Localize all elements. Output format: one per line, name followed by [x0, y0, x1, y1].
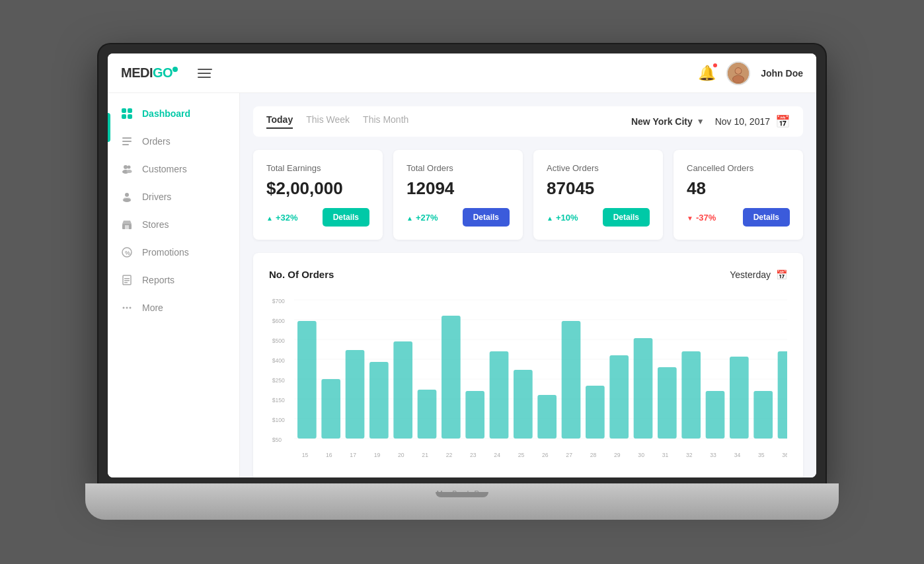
sidebar-item-more[interactable]: More — [108, 294, 239, 322]
svg-rect-56 — [658, 367, 677, 439]
sidebar-label-drivers: Drivers — [142, 192, 171, 202]
chart-period-label: Yesterday — [730, 269, 771, 280]
tab-this-week[interactable]: This Week — [306, 114, 350, 129]
filters: New York City ▼ Nov 10, 2017 📅 — [631, 114, 790, 129]
svg-point-11 — [127, 170, 132, 173]
svg-point-8 — [124, 165, 128, 169]
sidebar-item-orders[interactable]: Orders — [108, 127, 239, 155]
chart-card: No. Of Orders Yesterday 📅 $700 — [253, 253, 803, 477]
arrow-up-icon — [266, 213, 273, 223]
svg-rect-57 — [681, 351, 701, 439]
svg-rect-61 — [778, 351, 787, 439]
hamburger-line-2 — [198, 73, 211, 74]
reports-icon — [121, 274, 133, 286]
svg-text:34: 34 — [734, 452, 741, 458]
svg-text:$150: $150 — [272, 397, 285, 404]
svg-rect-21 — [124, 282, 128, 283]
city-selector[interactable]: New York City ▼ — [631, 116, 705, 127]
dashboard-icon — [121, 108, 133, 120]
svg-rect-6 — [122, 141, 132, 142]
sidebar-label-promotions: Promotions — [142, 247, 189, 258]
svg-rect-51 — [537, 395, 557, 439]
svg-text:27: 27 — [566, 452, 572, 458]
svg-point-3 — [736, 68, 742, 74]
svg-text:17: 17 — [350, 452, 356, 458]
svg-text:$250: $250 — [272, 377, 285, 384]
tab-this-month[interactable]: This Month — [363, 114, 408, 129]
stat-change-earnings: +32% — [266, 213, 298, 223]
sidebar-item-stores[interactable]: Stores — [108, 211, 239, 238]
sidebar-item-customers[interactable]: Customers — [108, 155, 239, 183]
svg-text:36: 36 — [782, 452, 787, 458]
hamburger-line-1 — [198, 69, 212, 70]
stores-icon — [121, 219, 133, 230]
tab-group: Today This Week This Month — [266, 114, 408, 129]
svg-text:33: 33 — [710, 452, 716, 458]
svg-rect-19 — [124, 278, 130, 279]
stat-footer-active: +10% Details — [547, 208, 650, 227]
svg-text:24: 24 — [494, 452, 500, 458]
details-button-cancelled[interactable]: Details — [743, 208, 790, 227]
stat-value-active: 87045 — [547, 178, 650, 199]
stat-card-orders: Total Orders 12094 +27% Details — [393, 150, 523, 240]
sidebar-item-promotions[interactable]: % Promotions — [108, 238, 239, 266]
stat-card-cancelled: Cancelled Orders 48 -37% Details — [674, 150, 803, 240]
svg-rect-20 — [124, 280, 130, 281]
arrow-down-icon — [687, 213, 693, 223]
svg-text:$600: $600 — [272, 318, 285, 324]
sidebar-item-drivers[interactable]: Drivers — [108, 183, 239, 211]
svg-rect-46 — [418, 390, 437, 439]
more-icon — [121, 302, 133, 314]
svg-rect-15 — [125, 225, 129, 229]
svg-text:20: 20 — [398, 452, 404, 458]
stat-change-cancelled: -37% — [687, 213, 716, 223]
sidebar: Dashboard Orders — [108, 93, 240, 477]
stat-footer-earnings: +32% Details — [266, 208, 369, 227]
details-button-orders[interactable]: Details — [463, 208, 510, 227]
sidebar-label-dashboard: Dashboard — [142, 108, 190, 119]
svg-text:31: 31 — [662, 452, 669, 458]
stat-footer-cancelled: -37% Details — [687, 208, 790, 227]
laptop-screen: MEDIGO 🔔 — [108, 53, 816, 477]
chart-header: No. Of Orders Yesterday 📅 — [269, 269, 787, 280]
svg-point-23 — [126, 307, 128, 309]
stats-grid: Total Earnings $2,00,000 +32% Details — [253, 150, 803, 240]
top-row: Today This Week This Month New York City… — [253, 106, 803, 137]
svg-point-24 — [130, 307, 132, 309]
svg-text:$700: $700 — [272, 298, 285, 304]
app-container: MEDIGO 🔔 — [108, 53, 816, 477]
details-button-earnings[interactable]: Details — [323, 208, 369, 227]
svg-text:26: 26 — [542, 452, 549, 458]
svg-text:$400: $400 — [272, 357, 285, 364]
dropdown-arrow-icon: ▼ — [697, 117, 705, 126]
sidebar-item-dashboard[interactable]: Dashboard — [108, 100, 239, 127]
details-button-active[interactable]: Details — [603, 208, 650, 227]
svg-text:30: 30 — [638, 452, 644, 458]
avatar[interactable] — [726, 61, 750, 85]
chart-period-selector[interactable]: Yesterday 📅 — [730, 269, 787, 280]
notification-bell[interactable]: 🔔 — [698, 65, 716, 82]
svg-text:32: 32 — [686, 452, 693, 458]
calendar-icon[interactable]: 📅 — [775, 114, 790, 129]
user-name: John Doe — [761, 68, 803, 79]
notification-badge — [712, 62, 718, 69]
stat-label-cancelled: Cancelled Orders — [687, 163, 790, 173]
laptop-bezel: MEDIGO 🔔 — [98, 44, 826, 487]
stat-card-earnings: Total Earnings $2,00,000 +32% Details — [253, 150, 383, 240]
svg-text:$500: $500 — [272, 337, 285, 344]
sidebar-item-reports[interactable]: Reports — [108, 266, 239, 294]
svg-rect-54 — [609, 355, 629, 439]
stat-change-active: +10% — [547, 213, 578, 223]
svg-rect-44 — [369, 362, 389, 439]
tab-today[interactable]: Today — [266, 114, 293, 129]
sidebar-label-more: More — [142, 302, 163, 313]
hamburger-menu[interactable] — [198, 69, 212, 78]
svg-text:16: 16 — [326, 452, 332, 458]
orders-icon — [121, 135, 133, 147]
svg-text:28: 28 — [590, 452, 597, 458]
svg-rect-53 — [586, 386, 605, 439]
stat-label-earnings: Total Earnings — [266, 163, 369, 173]
avatar-image — [728, 61, 749, 85]
sidebar-label-reports: Reports — [142, 275, 174, 285]
date-filter[interactable]: Nov 10, 2017 📅 — [715, 114, 790, 129]
